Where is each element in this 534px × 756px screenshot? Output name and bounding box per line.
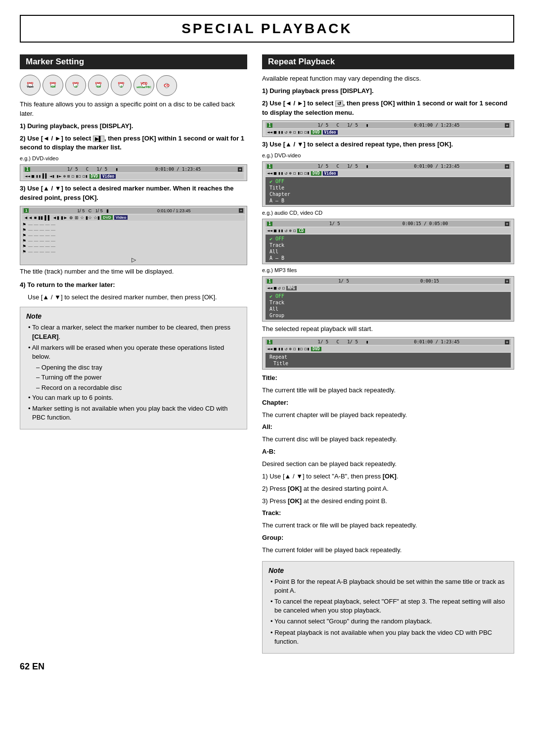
marker-note-title: Note [26,312,241,320]
marker-setting-intro: This feature allows you to assign a spec… [20,100,247,119]
marker-step4-title: 4) To return to the marker later: [20,281,115,288]
marker-step1: 1) During playback, press [DISPLAY]. [20,122,133,130]
group-label: Group: [262,534,283,541]
marker-setting-section: Marker Setting DVDVideo DVD+RW DVD+R DVD… [20,54,247,654]
repeat-step1: 1) During playback press [DISPLAY]. [262,87,374,94]
marker-setting-header: Marker Setting [20,54,247,69]
title-text: The current title will be played back re… [262,386,514,395]
osd-repeat-final: 1 1/ 5 C 1/ 5 ▮ 0:01:00 / 1:23:45 + ◄◄■▮… [262,337,514,370]
osd-repeat-mp3: 1 1/ 5 0:00:15 + ◄◄■↺◻ MPG ✔ OFF Track A… [262,276,514,322]
ab-text: Desired section can be played back repea… [262,460,514,469]
track-text: The current track or file will be played… [262,521,514,530]
osd-repeat-dvd: 1 1/ 5 C 1/ 5 ▮ 0:01:00 / 1:23:45 + ◄◄■▮… [262,161,514,207]
osd-marker-grid: 1 1/ 5 C 1/ 5 ▮ 0:01:00 / 1:23:45 + ◄◄■▮… [20,206,247,265]
marker-note-sub2: Turning off the power [26,373,241,382]
disc-icon-dvd-plusrw: DVD+RW [43,75,63,95]
osd-repeat-cd: 1 1/ 5 0:00:15 / 0:05:00 + ◄◄■▮▮↺⊕◻ CD ✔… [262,219,514,264]
all-label: All: [262,423,272,430]
marker-note-1: To clear a marker, select the marker num… [26,323,241,341]
repeat-eg2-label: e.g.) DVD-video [262,152,514,158]
repeat-note-3: You cannot select "Group" during the ran… [268,617,508,626]
disc-icon-dvd-plusr: DVD+R [65,75,86,95]
ab-step3: 3) Press [OK] at the desired ending poin… [262,497,514,506]
repeat-note-box: Note Point B for the repeat A-B playback… [262,561,514,654]
disc-icon-cd: CD [156,75,177,96]
ab-step2: 2) Press [OK] at the desired starting po… [262,484,514,494]
repeat-note-title: Note [268,567,508,574]
marker-note-4: Marker setting is not available when you… [26,404,241,422]
repeat-note-2: To cancel the repeat playback, select "O… [268,597,508,615]
page-title: SPECIAL PLAYBACK [20,15,514,43]
marker-note-sub3: Record on a recordable disc [26,383,241,392]
repeat-playback-header: Repeat Playback [262,54,514,69]
page-number: 62 EN [20,662,514,672]
track-label: Track: [262,509,281,517]
marker-footer: The title (track) number and the time wi… [20,267,247,277]
osd-repeat-step2: 1 1/ 5 C 1/ 5 ▮ 0:01:00 / 1:23:45 + ◄◄■▮… [262,120,514,137]
disc-icon-dvd-minusr: DVD-R [111,75,132,95]
chapter-text: The current chapter will be played back … [262,411,514,420]
repeat-eg4-label: e.g.) MP3 files [262,267,514,273]
marker-note-sub1: Opening the disc tray [26,363,241,372]
marker-step2: 2) Use [◄ / ►] to select ▶▌, then press … [20,134,247,153]
title-label: Title: [262,374,277,381]
repeat-note-4: Repeat playback is not available when yo… [268,628,508,646]
repeat-playback-section: Repeat Playback Available repeat functio… [262,54,514,654]
osd-example-marker1: 1 1/ 5 C 1/ 5 ▮ 0:01:00 / 1:23:45 + ◄◄■▮… [20,164,247,181]
marker-step3: 3) Use [▲ / ▼] to select a desired marke… [20,185,234,201]
group-text: The current folder will be played back r… [262,546,514,555]
repeat-note-1: Point B for the repeat A-B playback shou… [268,577,508,595]
marker-step4-body: Use [▲ / ▼] to select the desired marker… [20,293,247,302]
ab-step1: 1) Use [▲ / ▼] to select "A-B", then pre… [262,472,514,481]
disc-icons-row: DVDVideo DVD+RW DVD+R DVD-RW DVD-R [20,74,247,96]
ab-label: A-B: [262,448,275,455]
repeat-start-text: The selected repeat playback will start. [262,325,514,334]
disc-icon-dvd-minusrw: DVD-RW [88,75,109,95]
repeat-intro: Available repeat function may vary depen… [262,74,514,84]
repeat-step3: 3) Use [▲ / ▼] to select a desired repea… [262,141,453,148]
all-text: The current disc will be played back rep… [262,435,514,444]
marker-note-box: Note To clear a marker, select the marke… [20,307,247,429]
marker-note-3: You can mark up to 6 points. [26,393,241,402]
repeat-step2: 2) Use [◄ / ►] to select ↺, then press [… [262,99,514,118]
repeat-eg3-label: e.g.) audio CD, video CD [262,210,514,216]
disc-icon-vcd: VCDwithout PBC [134,75,154,95]
chapter-label: Chapter: [262,399,288,406]
marker-note-2: All markers will be erased when you oper… [26,343,241,361]
eg1-label: e.g.) DVD-video [20,155,247,161]
disc-icon-dvd-video: DVDVideo [20,75,41,95]
